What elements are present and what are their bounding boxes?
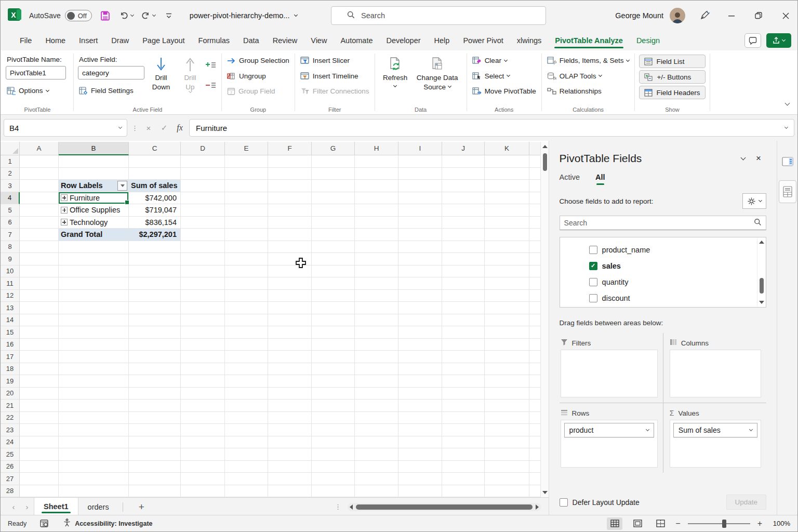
cell-K4[interactable] [485,192,529,205]
cell-E16[interactable] [225,339,268,351]
cell-B9[interactable] [59,253,129,265]
drill-up-button[interactable]: Drill Up [178,54,203,104]
cell-G21[interactable] [312,400,355,412]
cell-E9[interactable] [225,253,268,265]
field-list-button[interactable]: Field List [639,55,705,68]
cell-I15[interactable] [398,326,442,339]
cell-J17[interactable] [442,351,485,363]
cell-E25[interactable] [225,448,268,461]
column-header-e[interactable]: E [225,142,268,155]
cell-C18[interactable] [129,363,181,376]
cell-G8[interactable] [312,241,355,254]
column-header-f[interactable]: F [268,142,312,155]
cell-K27[interactable] [485,473,529,485]
row-header-7[interactable]: 7 [1,229,20,241]
cell-J6[interactable] [442,217,485,229]
cancel-entry-icon[interactable]: × [142,124,155,132]
pivot-value-office-supplies[interactable]: $719,047 [129,204,181,217]
cell-K10[interactable] [485,265,529,278]
cell-I5[interactable] [398,204,442,217]
cell-H8[interactable] [355,241,398,254]
cell-J10[interactable] [442,265,485,278]
cell-I3[interactable] [398,180,442,192]
cell-A23[interactable] [20,424,59,436]
cell-K25[interactable] [485,448,529,461]
cell-B20[interactable] [59,388,129,400]
row-header-5[interactable]: 5 [1,204,20,217]
cell-D18[interactable] [181,363,225,376]
sheet-next-icon[interactable]: › [20,502,34,511]
row-header-15[interactable]: 15 [1,326,20,339]
row-header-1[interactable]: 1 [1,155,20,168]
cell-I16[interactable] [398,339,442,351]
cell-H9[interactable] [355,253,398,265]
cell-F21[interactable] [268,400,312,412]
cell-E28[interactable] [225,485,268,498]
macro-record-icon[interactable] [40,520,49,528]
cell-D27[interactable] [181,473,225,485]
cell-H10[interactable] [355,265,398,278]
cell-J1[interactable] [442,155,485,168]
column-header-c[interactable]: C [129,142,181,155]
cell-H27[interactable] [355,473,398,485]
ribbon-tab-draw[interactable]: Draw [104,32,136,49]
cell-I1[interactable] [398,155,442,168]
cell-I10[interactable] [398,265,442,278]
cell-A17[interactable] [20,351,59,363]
cell-I27[interactable] [398,473,442,485]
cell-E8[interactable] [225,241,268,254]
row-header-22[interactable]: 22 [1,412,20,424]
fields-pane-tab-active[interactable]: Active [560,173,580,185]
scroll-down-icon[interactable] [542,491,548,494]
ribbon-tab-developer[interactable]: Developer [379,32,427,49]
cell-A7[interactable] [20,229,59,241]
cell-I18[interactable] [398,363,442,376]
cell-H17[interactable] [355,351,398,363]
cell-K18[interactable] [485,363,529,376]
cell-K2[interactable] [485,168,529,180]
cell-J11[interactable] [442,277,485,290]
cell-F20[interactable] [268,388,312,400]
cell-H14[interactable] [355,314,398,327]
cell-H18[interactable] [355,363,398,376]
field-list-scroll-thumb[interactable] [760,278,764,294]
zoom-out-button[interactable]: − [675,519,680,528]
cell-C27[interactable] [129,473,181,485]
cell-J2[interactable] [442,168,485,180]
cell-A11[interactable] [20,277,59,290]
cell-F10[interactable] [268,265,312,278]
sheet-tab-sheet1[interactable]: Sheet1 [34,498,78,516]
row-header-18[interactable]: 18 [1,363,20,376]
cell-B10[interactable] [59,265,129,278]
cell-H15[interactable] [355,326,398,339]
scroll-right-icon[interactable] [536,504,539,510]
scroll-up-icon[interactable] [759,241,764,244]
formula-bar-handle-icon[interactable]: ⋮ [130,124,139,132]
cell-H20[interactable] [355,388,398,400]
cell-B19[interactable] [59,375,129,388]
field-item-quantity[interactable]: quantity [560,274,766,290]
cell-C28[interactable] [129,485,181,498]
cell-H19[interactable] [355,375,398,388]
cell-E12[interactable] [225,290,268,302]
cell-A5[interactable] [20,204,59,217]
pivot-grand-total-label[interactable]: Grand Total [59,229,129,241]
cell-H22[interactable] [355,412,398,424]
row-header-23[interactable]: 23 [1,424,20,436]
cell-H7[interactable] [355,229,398,241]
cell-D23[interactable] [181,424,225,436]
cell-C10[interactable] [129,265,181,278]
cell-D24[interactable] [181,436,225,449]
cell-E27[interactable] [225,473,268,485]
columns-dropbox[interactable] [670,350,761,397]
cell-J12[interactable] [442,290,485,302]
row-header-12[interactable]: 12 [1,290,20,302]
cell-J5[interactable] [442,204,485,217]
cell-J9[interactable] [442,253,485,265]
cell-I24[interactable] [398,436,442,449]
cell-G4[interactable] [312,192,355,205]
cell-C12[interactable] [129,290,181,302]
cell-F13[interactable] [268,302,312,314]
cell-E10[interactable] [225,265,268,278]
checkbox-icon[interactable] [589,246,597,254]
